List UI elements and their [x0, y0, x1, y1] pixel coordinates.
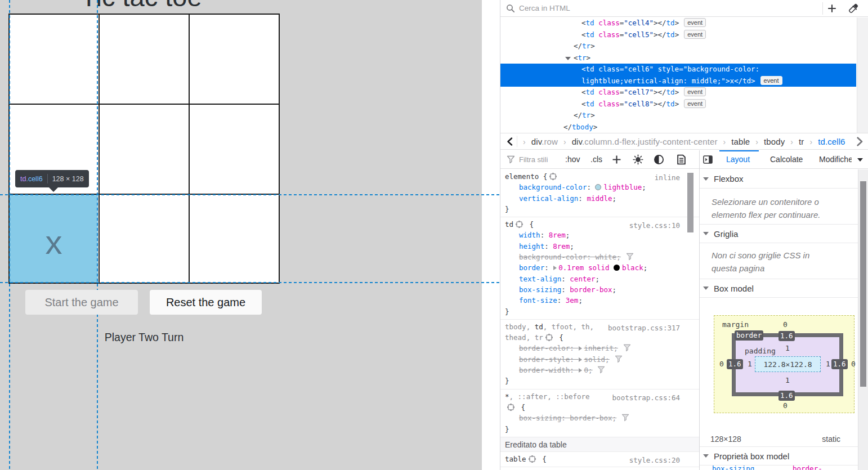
css-declaration[interactable]: border-style: solid;	[505, 354, 680, 365]
margin-right-value[interactable]: 0	[851, 360, 856, 368]
add-node-icon[interactable]	[827, 3, 837, 14]
markup-scrollbar-track[interactable]	[857, 17, 868, 133]
box-model-content-region[interactable]: 122.8×122.8	[755, 356, 821, 372]
print-media-icon[interactable]	[677, 154, 686, 165]
section-header-boxmodel-properties[interactable]: Proprietà box model	[700, 446, 858, 465]
rule-source-link[interactable]: bootstrap.css:317	[608, 323, 680, 333]
element-picker-icon[interactable]	[526, 455, 538, 463]
rule-source-link[interactable]: bootstrap.css:64	[612, 392, 680, 403]
pseudo-class-button[interactable]: :hov	[565, 155, 580, 164]
class-toggle-button[interactable]: .cls	[590, 155, 602, 164]
reset-game-button[interactable]: Reset the game	[150, 290, 262, 315]
color-swatch[interactable]	[614, 265, 620, 271]
css-declaration[interactable]: background-color: white;	[505, 252, 680, 262]
all-tabs-chevron-icon[interactable]	[857, 158, 863, 162]
element-picker-icon[interactable]	[547, 172, 559, 181]
breadcrumb-scroll-left-icon[interactable]	[505, 137, 515, 146]
dark-scheme-icon[interactable]	[654, 154, 664, 165]
padding-left-value[interactable]: 1	[748, 360, 752, 368]
highlighted-cell-cell6[interactable]: x	[10, 195, 98, 283]
rule-source-link[interactable]: style.css:20	[629, 455, 680, 465]
padding-top-value[interactable]: 1	[785, 344, 790, 352]
markup-line[interactable]: </tr>	[500, 41, 856, 52]
padding-bottom-value[interactable]: 1	[785, 376, 790, 384]
markup-view[interactable]: <td class="cell4"></td>event<td class="c…	[500, 17, 856, 133]
expand-sidebar-icon[interactable]	[703, 155, 713, 164]
markup-line[interactable]: <tr>	[500, 52, 856, 64]
css-declaration[interactable]: height: 8rem;	[505, 241, 680, 252]
color-swatch[interactable]	[595, 184, 601, 190]
rule-source-link[interactable]: inline	[655, 172, 680, 183]
event-badge[interactable]: event	[684, 18, 706, 27]
breadcrumb-item-table[interactable]: table	[731, 137, 750, 146]
element-picker-icon[interactable]	[513, 220, 525, 229]
markup-line[interactable]: <td class="cell5"></td>event	[500, 29, 856, 41]
border-left-value[interactable]: 1.6	[727, 359, 743, 369]
css-declaration[interactable]: vertical-align: middle;	[505, 193, 680, 204]
override-filter-icon[interactable]	[592, 366, 605, 374]
event-badge[interactable]: event	[760, 76, 782, 85]
light-scheme-icon[interactable]	[633, 154, 643, 165]
css-declaration[interactable]: width: 8rem;	[505, 230, 680, 240]
padding-right-value[interactable]: 1	[826, 360, 830, 368]
markup-line[interactable]: <td class="cell8"></td>event	[500, 99, 856, 110]
breadcrumb-item-div[interactable]: div.row	[531, 137, 558, 146]
start-game-button[interactable]: Start the game	[25, 290, 138, 315]
section-header-grid[interactable]: Griglia	[700, 224, 858, 243]
border-bottom-value[interactable]: 1.6	[778, 391, 795, 401]
section-header-flexbox[interactable]: Flexbox	[700, 169, 858, 189]
margin-left-value[interactable]: 0	[719, 360, 724, 368]
css-declaration[interactable]: border-color: inherit;	[505, 343, 680, 353]
override-filter-icon[interactable]	[610, 355, 623, 364]
markup-line[interactable]: </tbody>	[500, 122, 856, 133]
css-declaration[interactable]: box-sizing: border-box;	[505, 413, 680, 423]
override-filter-icon[interactable]	[618, 344, 631, 352]
tab-changes[interactable]: Modifiche	[819, 155, 852, 164]
override-filter-icon[interactable]	[621, 253, 634, 261]
border-top-value[interactable]: 1.6	[778, 331, 795, 341]
eyedropper-icon[interactable]	[848, 3, 859, 14]
expand-icon[interactable]	[579, 368, 582, 373]
html-search-bar[interactable]: Cerca in HTML	[500, 0, 868, 17]
section-header-boxmodel[interactable]: Box model	[700, 279, 858, 298]
override-filter-icon[interactable]	[616, 414, 629, 422]
search-input[interactable]: Cerca in HTML	[519, 4, 570, 12]
event-badge[interactable]: event	[684, 30, 706, 39]
event-badge[interactable]: event	[684, 99, 706, 108]
layout-scrollbar-thumb[interactable]	[860, 181, 866, 387]
border-right-value[interactable]: 1.6	[831, 359, 848, 369]
layout-scrollbar-track[interactable]	[858, 169, 868, 470]
css-declaration[interactable]: background-color: lightblue;	[505, 182, 680, 193]
markup-line[interactable]: <td class="cell4"></td>event	[500, 17, 856, 29]
expand-icon[interactable]	[579, 346, 582, 351]
css-declaration[interactable]: border-width: 0;	[505, 365, 680, 375]
expand-icon[interactable]	[553, 266, 557, 270]
breadcrumb-scroll-right-icon[interactable]	[854, 136, 865, 147]
tab-layout[interactable]: Layout	[726, 155, 750, 164]
breadcrumb-item-div[interactable]: div.column.d-flex.justify-content-center	[572, 137, 718, 146]
css-declaration[interactable]: border: 0.1rem solid black;	[505, 262, 680, 273]
page-scrollbar[interactable]	[482, 0, 500, 470]
breadcrumb-item-tr[interactable]: tr	[799, 137, 804, 146]
markup-line[interactable]: <td class="cell7"></td>event	[500, 87, 856, 99]
tab-computed[interactable]: Calcolate	[770, 155, 803, 164]
breadcrumb-item-td[interactable]: td.cell6	[818, 137, 845, 146]
margin-bottom-value[interactable]: 0	[783, 401, 788, 410]
filter-styles-input[interactable]: Filtra stili	[519, 155, 548, 164]
margin-top-value[interactable]: 0	[783, 320, 788, 329]
element-picker-icon[interactable]	[505, 403, 517, 411]
breadcrumb-item-tbody[interactable]: tbody	[764, 137, 785, 146]
rules-scrollbar-thumb[interactable]	[687, 173, 693, 232]
markup-line[interactable]: <td class="cell6" style="background-colo…	[500, 64, 856, 75]
twisty-down-icon[interactable]	[565, 57, 571, 60]
element-picker-icon[interactable]	[543, 333, 555, 342]
rule-source-link[interactable]: style.css:10	[629, 220, 680, 231]
css-declaration[interactable]: text-align: center;	[505, 274, 680, 284]
event-badge[interactable]: event	[684, 87, 706, 96]
css-declaration[interactable]: box-sizing: border-box;	[505, 284, 680, 295]
css-declaration[interactable]: font-size: 3em;	[505, 295, 680, 306]
expand-icon[interactable]	[579, 357, 582, 362]
add-rule-icon[interactable]	[611, 154, 622, 165]
markup-line[interactable]: lightblue;vertical-align: middle;">x</td…	[500, 75, 856, 87]
markup-line[interactable]: </tr>	[500, 110, 856, 122]
